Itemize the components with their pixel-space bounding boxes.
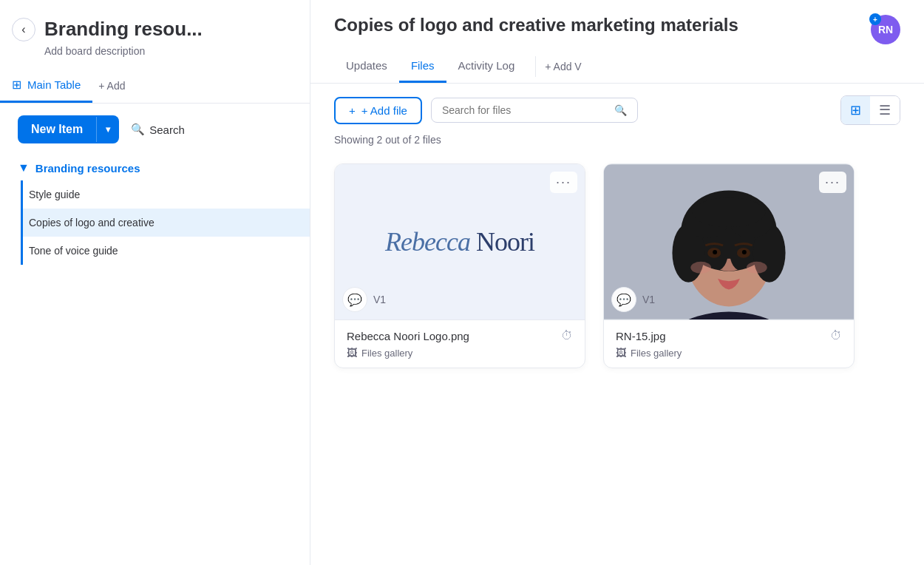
search-files-container: 🔍 bbox=[431, 98, 638, 123]
back-button[interactable]: ‹ bbox=[12, 18, 35, 41]
group-item-label: Style guide bbox=[29, 189, 80, 200]
file-source-icon-photo: 🖼 bbox=[616, 347, 626, 359]
file-name-row-photo: RN-15.jpg ⏱ bbox=[616, 329, 842, 342]
new-item-label: New Item bbox=[18, 115, 96, 143]
file-options-button-logo[interactable]: ··· bbox=[550, 172, 577, 193]
files-grid: Rebecca Noori ··· 💬 V1 Rebecca Noori Log… bbox=[310, 155, 924, 377]
group-item-tone-guide[interactable]: Tone of voice guide bbox=[21, 237, 310, 265]
card-action-row-photo: 💬 V1 bbox=[611, 287, 655, 312]
svg-point-9 bbox=[692, 197, 765, 227]
svg-point-12 bbox=[713, 250, 717, 254]
main-tabs: Updates Files Activity Log + Add V bbox=[310, 50, 924, 84]
file-card-photo: ··· 💬 V1 RN-15.jpg ⏱ 🖼 Files gallery bbox=[603, 163, 855, 368]
sidebar-header: ‹ Branding resou... Add board descriptio… bbox=[0, 0, 310, 69]
search-label: Search bbox=[149, 124, 185, 136]
file-source-row-photo: 🖼 Files gallery bbox=[616, 347, 842, 359]
add-view-button[interactable]: + Add V bbox=[545, 61, 581, 72]
new-item-dropdown-arrow[interactable]: ▾ bbox=[96, 117, 119, 142]
new-item-button[interactable]: New Item ▾ bbox=[18, 115, 119, 143]
file-source-label-photo: Files gallery bbox=[631, 348, 682, 359]
board-description[interactable]: Add board description bbox=[44, 45, 292, 57]
sidebar-tabs-row: ⊞ Main Table + Add bbox=[0, 69, 310, 104]
main-header: Copies of logo and creative marketing ma… bbox=[310, 0, 924, 44]
main-title: Copies of logo and creative marketing ma… bbox=[334, 15, 738, 35]
file-name-photo: RN-15.jpg bbox=[616, 330, 666, 342]
group-section: ▼ Branding resources Style guide Copies … bbox=[0, 155, 310, 565]
tab-updates[interactable]: Updates bbox=[334, 50, 399, 83]
add-file-button[interactable]: + + Add file bbox=[334, 97, 422, 124]
avatar-plus-icon: + bbox=[869, 13, 881, 25]
file-thumb-logo: Rebecca Noori ··· 💬 V1 bbox=[335, 164, 585, 319]
group-items-list: Style guide Copies of logo and creative … bbox=[18, 180, 310, 265]
group-name: Branding resources bbox=[35, 162, 140, 175]
group-item-style-guide[interactable]: Style guide bbox=[21, 180, 310, 209]
board-title: Branding resou... bbox=[44, 18, 292, 41]
file-version-logo: V1 bbox=[373, 294, 386, 305]
file-info-photo: RN-15.jpg ⏱ 🖼 Files gallery bbox=[604, 319, 854, 368]
svg-point-14 bbox=[690, 262, 711, 274]
toolbar: + + Add file 🔍 ⊞ ☰ bbox=[310, 84, 924, 131]
toolbar-left: + + Add file 🔍 bbox=[334, 97, 638, 124]
file-card-logo: Rebecca Noori ··· 💬 V1 Rebecca Noori Log… bbox=[334, 163, 585, 368]
group-item-label: Tone of voice guide bbox=[29, 245, 118, 257]
file-time-icon-logo[interactable]: ⏱ bbox=[561, 329, 573, 342]
comment-button-logo[interactable]: 💬 bbox=[342, 287, 367, 312]
file-name-logo: Rebecca Noori Logo.png bbox=[347, 330, 469, 342]
add-file-label: + Add file bbox=[361, 104, 407, 117]
file-source-label-logo: Files gallery bbox=[361, 348, 412, 359]
file-info-logo: Rebecca Noori Logo.png ⏱ 🖼 Files gallery bbox=[335, 319, 585, 368]
group-header[interactable]: ▼ Branding resources bbox=[18, 155, 310, 180]
group-chevron-icon: ▼ bbox=[18, 161, 30, 175]
tab-activity-log[interactable]: Activity Log bbox=[446, 50, 527, 83]
tab-main-table[interactable]: ⊞ Main Table bbox=[0, 69, 92, 103]
file-time-icon-photo[interactable]: ⏱ bbox=[830, 329, 842, 342]
file-thumb-photo: ··· 💬 V1 bbox=[604, 164, 854, 319]
file-options-button-photo[interactable]: ··· bbox=[819, 172, 846, 193]
card-action-row-logo: 💬 V1 bbox=[342, 287, 386, 312]
tab-add[interactable]: + Add bbox=[92, 71, 131, 101]
comment-button-photo[interactable]: 💬 bbox=[611, 287, 636, 312]
search-files-input[interactable] bbox=[442, 104, 608, 116]
sidebar: ‹ Branding resou... Add board descriptio… bbox=[0, 0, 310, 565]
main-content: Copies of logo and creative marketing ma… bbox=[310, 0, 924, 565]
showing-text: Showing 2 out of 2 files bbox=[310, 131, 924, 155]
file-source-row-logo: 🖼 Files gallery bbox=[347, 347, 573, 359]
svg-point-13 bbox=[742, 250, 747, 254]
tabs-divider bbox=[535, 56, 536, 77]
list-view-button[interactable]: ☰ bbox=[870, 96, 900, 124]
search-icon: 🔍 bbox=[131, 123, 145, 136]
main-table-label: Main Table bbox=[27, 78, 81, 91]
group-item-label: Copies of logo and creative bbox=[29, 217, 154, 229]
tab-files[interactable]: Files bbox=[399, 50, 446, 83]
avatar-initials: RN bbox=[878, 24, 893, 35]
view-toggle: ⊞ ☰ bbox=[840, 95, 900, 125]
logo-preview: Rebecca Noori bbox=[385, 226, 534, 257]
file-version-photo: V1 bbox=[642, 294, 655, 305]
file-source-icon-logo: 🖼 bbox=[347, 347, 357, 359]
file-name-row-logo: Rebecca Noori Logo.png ⏱ bbox=[347, 329, 573, 342]
group-item-copies-logo[interactable]: Copies of logo and creative bbox=[21, 209, 310, 237]
search-files-icon: 🔍 bbox=[614, 104, 627, 116]
search-button[interactable]: 🔍 Search bbox=[128, 117, 188, 142]
actions-row: New Item ▾ 🔍 Search bbox=[0, 104, 310, 155]
add-file-plus-icon: + bbox=[349, 104, 356, 117]
avatar[interactable]: + RN bbox=[871, 15, 900, 44]
table-icon: ⊞ bbox=[12, 78, 21, 92]
grid-view-button[interactable]: ⊞ bbox=[841, 96, 870, 124]
svg-point-15 bbox=[747, 262, 767, 274]
